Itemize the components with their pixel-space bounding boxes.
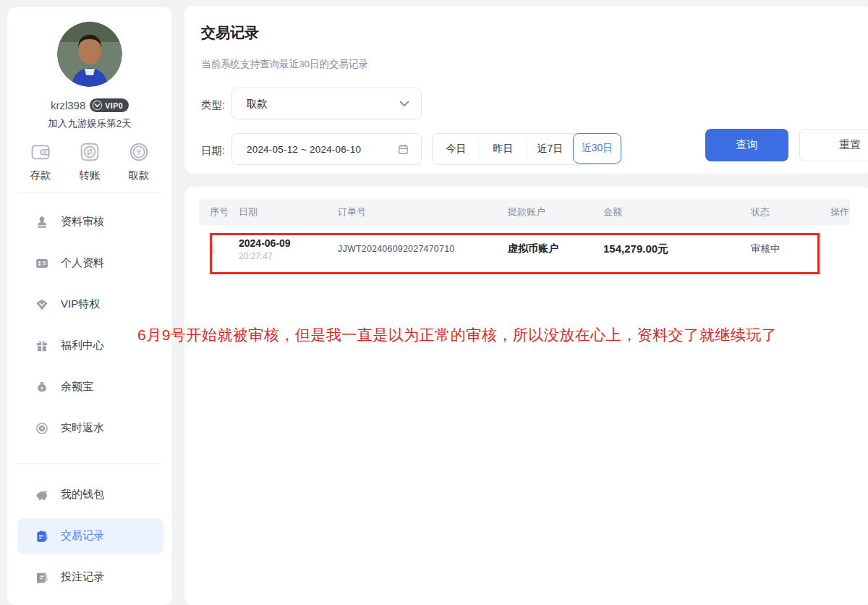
page-title: 交易记录 [201, 23, 259, 43]
range-7days-button[interactable]: 近7日 [527, 134, 574, 164]
col-amount: 金额 [603, 206, 751, 219]
chevron-down-icon [399, 101, 409, 107]
withdraw-icon: ¥ [127, 140, 150, 164]
sidebar-item-my-wallet[interactable]: 我的钱包 [7, 474, 172, 515]
sidebar-item-profile-review[interactable]: 资料审核 [7, 201, 172, 242]
avatar[interactable] [57, 22, 122, 87]
transfer-button[interactable]: 转账 [78, 140, 101, 182]
reset-button[interactable]: 重置 [799, 129, 868, 161]
row-account: 虚拟币账户 [508, 242, 603, 255]
filter-panel: 交易记录 当前系统支持查询最近30日的交易记录 类型: 取款 日期: 2024-… [184, 6, 868, 174]
row-time-value: 20:27:47 [239, 251, 338, 261]
rebate-coin-icon: ¥ [35, 421, 49, 436]
sidebar-item-betting-records[interactable]: 投注记录 [7, 557, 172, 598]
range-30days-button[interactable]: 近30日 [573, 133, 621, 164]
sidebar-item-label: 实时返水 [61, 421, 104, 435]
calendar-icon [397, 143, 409, 156]
vip-emblem-icon [92, 100, 103, 111]
username: krzl398 [51, 99, 85, 111]
gift-icon [35, 339, 49, 353]
stamp-icon [35, 215, 49, 229]
svg-text:¥: ¥ [137, 148, 142, 157]
row-status-badge: 审核中 [751, 242, 830, 255]
join-text: 加入九游娱乐第2天 [7, 117, 172, 130]
sidebar-divider-bottom [17, 463, 162, 464]
withdraw-label: 取款 [129, 169, 150, 182]
row-index: 1 [210, 244, 239, 255]
date-range-input[interactable]: 2024-05-12 ~ 2024-06-10 [231, 133, 422, 165]
user-photo [57, 22, 122, 87]
sidebar-item-label: 余额宝 [61, 380, 93, 394]
transaction-records-icon [35, 529, 49, 543]
sidebar-item-transaction-records[interactable]: 交易记录 [17, 518, 163, 554]
user-annotation-text: 6月9号开始就被审核，但是我一直是以为正常的审核，所以没放在心上，资料交了就继续… [137, 325, 777, 345]
range-today-button[interactable]: 今日 [433, 134, 480, 164]
quick-range-group: 今日 昨日 近7日 近30日 [432, 133, 621, 165]
sidebar-item-yuebao[interactable]: 余额宝 [7, 366, 172, 407]
row-date-value: 2024-06-09 [239, 237, 338, 249]
sidebar-item-vip-privileges[interactable]: VIP特权 [7, 284, 172, 325]
id-card-icon [35, 256, 49, 271]
table-header: 序号 日期 订单号 提款账户 金额 状态 操作 [199, 199, 850, 225]
sidebar-item-label: 投注记录 [61, 570, 104, 584]
table-row: 1 2024-06-09 20:27:47 JJWT20240609202747… [199, 225, 850, 273]
sidebar-divider-top [17, 192, 162, 193]
col-order-no: 订单号 [338, 206, 508, 219]
row-amount: 154,279.00元 [603, 242, 751, 256]
transfer-icon [78, 140, 101, 164]
sidebar-menu-group-2: 我的钱包 交易记录 投注记录 [7, 474, 172, 598]
sidebar-item-realtime-rebate[interactable]: ¥ 实时返水 [7, 407, 172, 449]
betting-records-icon [35, 570, 49, 585]
col-account: 提款账户 [508, 206, 603, 219]
search-button[interactable]: 查询 [705, 129, 788, 161]
piggy-bank-icon [35, 488, 49, 502]
date-label: 日期: [201, 144, 225, 158]
svg-text:¥: ¥ [41, 426, 43, 431]
deposit-label: 存款 [30, 169, 51, 182]
col-status: 状态 [751, 206, 830, 219]
withdraw-button[interactable]: ¥ 取款 [127, 140, 150, 182]
range-yesterday-button[interactable]: 昨日 [480, 134, 527, 164]
date-range-value: 2024-05-12 ~ 2024-06-10 [247, 144, 361, 155]
quick-actions: 存款 转账 ¥ 取款 [7, 140, 172, 182]
records-table-panel: 序号 日期 订单号 提款账户 金额 状态 操作 1 2024-06-09 20:… [184, 187, 868, 605]
sidebar: krzl398 VIP0 加入九游娱乐第2天 存款 转账 [7, 7, 172, 605]
user-row: krzl398 VIP0 [7, 98, 172, 112]
vip-diamond-icon [35, 297, 49, 312]
vip-badge-label: VIP0 [105, 101, 123, 110]
row-date: 2024-06-09 20:27:47 [239, 237, 338, 261]
sidebar-item-personal-info[interactable]: 个人资料 [7, 242, 172, 284]
col-actions: 操作 [830, 206, 850, 219]
col-index: 序号 [210, 206, 239, 219]
type-select-value: 取款 [247, 97, 268, 111]
wallet-icon [29, 140, 52, 164]
vip-badge[interactable]: VIP0 [90, 98, 129, 112]
type-label: 类型: [201, 98, 225, 112]
sidebar-item-label: 交易记录 [61, 529, 104, 543]
transfer-label: 转账 [80, 169, 101, 182]
sidebar-item-label: VIP特权 [61, 297, 100, 311]
moneybag-icon [35, 380, 49, 394]
sidebar-item-label: 个人资料 [61, 256, 104, 270]
sidebar-item-label: 我的钱包 [61, 488, 104, 502]
row-order-no: JJWT202406092027470710 [338, 244, 508, 254]
deposit-button[interactable]: 存款 [29, 140, 52, 182]
col-date: 日期 [239, 206, 338, 219]
page-subtitle: 当前系统支持查询最近30日的交易记录 [201, 58, 368, 71]
sidebar-item-label: 福利中心 [61, 339, 104, 352]
sidebar-item-label: 资料审核 [61, 215, 104, 229]
type-select[interactable]: 取款 [231, 88, 422, 119]
